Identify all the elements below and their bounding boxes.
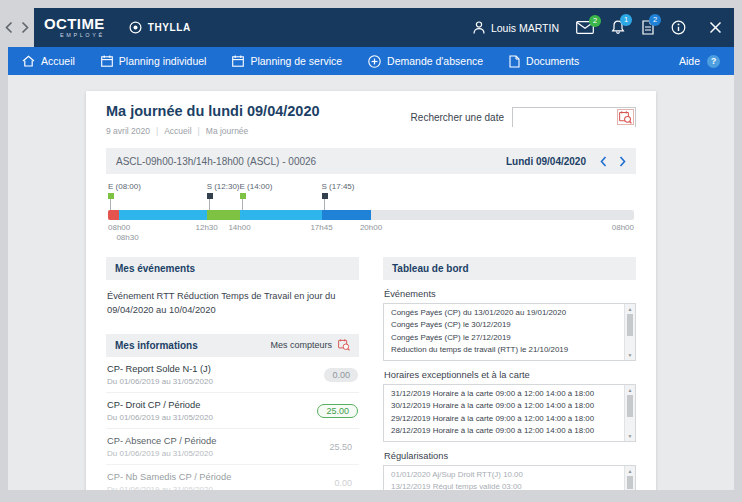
help-label: Aide: [679, 55, 700, 67]
nav-accueil[interactable]: Accueil: [22, 55, 75, 67]
dashboard-section-header: Tableau de bord: [383, 257, 636, 280]
site-icon: [129, 21, 142, 34]
nav-planning-de-service[interactable]: Planning de service: [232, 55, 342, 67]
dashboard-events-label: Événements: [384, 289, 635, 299]
entry-flag-icon: [240, 193, 246, 199]
question-badge-icon: ?: [707, 55, 720, 68]
tick-label: 08h00: [108, 223, 130, 232]
timeline-marker-entry: E (08:00): [108, 182, 141, 210]
tick-label: 08h30: [116, 233, 138, 242]
list-item: 29/12/2019 Horaire à la carte 09:00 à 12…: [391, 413, 619, 425]
documents-button[interactable]: 2: [642, 20, 654, 35]
timeline-ticks: 08h00 12h30 14h00 17h45 20h00 08h00 08h3…: [108, 223, 634, 245]
timeline: E (08:00) S (12:30) E (14:00) S (17:45): [108, 182, 634, 245]
dashboard-regularisations-list[interactable]: 01/01/2020 Aj/Sup Droit RTT(J) 10.00 13/…: [383, 465, 636, 490]
events-section-header: Mes événements: [106, 257, 359, 280]
chevron-left-icon: [5, 21, 13, 34]
notifications-button[interactable]: 1: [611, 20, 625, 35]
nav-planning-individuel[interactable]: Planning individuel: [101, 55, 207, 67]
timeline-segment: [108, 210, 119, 220]
forward-button[interactable]: [21, 21, 29, 34]
chevron-right-icon: [619, 156, 626, 167]
timeline-segment: [119, 210, 207, 220]
counter-value: 25.50: [329, 442, 358, 452]
nav-label: Planning de service: [250, 55, 342, 67]
timeline-segment: [322, 210, 371, 220]
entry-flag-icon: [108, 193, 114, 199]
breadcrumb-current: Ma journée: [206, 126, 249, 136]
counter-row: CP- Nb Samedis CP / Période Du 01/06/201…: [106, 465, 359, 490]
counters-list: CP- Report Solde N-1 (J) Du 01/06/2019 a…: [106, 357, 359, 490]
counter-value: 0.00: [334, 478, 358, 488]
nav-label: Accueil: [41, 55, 75, 67]
counter-row: CP- Report Solde N-1 (J) Du 01/06/2019 a…: [106, 357, 359, 393]
timeline-segment: [207, 210, 240, 220]
close-button[interactable]: [709, 21, 722, 34]
counter-row: CP- Droit CP / Période Du 01/06/2019 au …: [106, 393, 359, 429]
info-icon: [671, 20, 686, 35]
tick-label: 20h00: [360, 223, 382, 232]
messages-button[interactable]: 2: [576, 21, 594, 34]
my-day-card: Ma journée du lundi 09/04/2020 9 avril 2…: [86, 91, 656, 490]
chevron-right-icon: [21, 21, 29, 34]
dashboard-horaires-list[interactable]: 31/12/2019 Horaire à la carte 09:00 à 12…: [383, 384, 636, 442]
timeline-segment: [240, 210, 322, 220]
calendar-icon: [232, 55, 244, 67]
back-button[interactable]: [5, 21, 13, 34]
exit-flag-icon: [207, 193, 213, 199]
help-button[interactable]: Aide ?: [679, 55, 720, 68]
list-item: 31/12/2019 Horaire à la carte 09:00 à 12…: [391, 388, 619, 400]
nav-documents[interactable]: Documents: [509, 55, 579, 68]
nav-demande-absence[interactable]: Demande d'absence: [368, 55, 483, 68]
scrollbar[interactable]: ▲▼: [624, 304, 635, 360]
day-label: Lundi 09/04/2020: [506, 156, 586, 167]
dashboard-regularisations-label: Régularisations: [384, 451, 635, 461]
next-day-button[interactable]: [619, 156, 626, 167]
shift-label: ASCL-09h00-13h/14h-18h00 (ASCL) - 00026: [116, 156, 316, 167]
scrollbar[interactable]: ▲▼: [624, 385, 635, 441]
counter-value: 25.00: [317, 404, 358, 418]
breadcrumb: 9 avril 2020AccueilMa journée: [106, 126, 320, 136]
app-logo: OCTIME EMPLOYÉ: [44, 16, 105, 39]
list-item: Congés Payés (CP) le 27/12/2019: [391, 332, 619, 344]
site-name: THYLLA: [148, 22, 191, 33]
informations-section-header: Mes informations Mes compteurs: [106, 334, 359, 357]
site-selector[interactable]: THYLLA: [129, 21, 191, 34]
list-item: Congés Payés (CP) du 13/01/2020 au 19/01…: [391, 307, 619, 319]
tick-label: 08h00: [612, 223, 634, 232]
nav-label: Demande d'absence: [387, 55, 483, 67]
info-button[interactable]: [671, 20, 686, 35]
calendar-search-button[interactable]: [617, 109, 634, 125]
tick-label: 14h00: [228, 223, 250, 232]
previous-day-button[interactable]: [600, 156, 607, 167]
close-icon: [709, 21, 722, 34]
list-item: 30/12/2019 Horaire à la carte 09:00 à 12…: [391, 400, 619, 412]
messages-badge: 2: [589, 15, 601, 27]
plus-circle-icon: [368, 55, 381, 68]
left-column: Mes événements Événement RTT Réduction T…: [106, 257, 359, 490]
mes-compteurs-link[interactable]: Mes compteurs: [270, 339, 350, 351]
content-area: Ma journée du lundi 09/04/2020 9 avril 2…: [8, 75, 734, 490]
user-menu[interactable]: Louis MARTIN: [473, 21, 559, 34]
document-icon: [509, 55, 520, 68]
list-item: Réduction du temps de travail (RTT) le 2…: [391, 344, 619, 356]
dashboard-events-list[interactable]: Congés Payés (CP) du 13/01/2020 au 19/01…: [383, 303, 636, 361]
right-column: Tableau de bord Événements Congés Payés …: [383, 257, 636, 490]
user-name: Louis MARTIN: [491, 22, 559, 34]
calendar-search-icon: [338, 339, 350, 351]
breadcrumb-accueil[interactable]: Accueil: [164, 126, 206, 136]
shift-bar: ASCL-09h00-13h/14h-18h00 (ASCL) - 00026 …: [106, 148, 636, 174]
breadcrumb-date: 9 avril 2020: [106, 126, 164, 136]
logo-text: OCTIME: [44, 16, 105, 31]
tick-label: 12h30: [196, 223, 218, 232]
scrollbar[interactable]: ▲▼: [624, 466, 635, 490]
list-item: 28/12/2019 Horaire à la carte 09:00 à 12…: [391, 425, 619, 437]
timeline-bar: [108, 210, 634, 220]
documents-badge: 2: [649, 14, 661, 26]
timeline-marker-exit: S (17:45): [322, 182, 355, 210]
counter-row: CP- Absence CP / Période Du 01/06/2019 a…: [106, 429, 359, 465]
timeline-markers: E (08:00) S (12:30) E (14:00) S (17:45): [108, 182, 634, 210]
tick-label: 17h45: [310, 223, 332, 232]
nav-label: Documents: [526, 55, 579, 67]
main-nav: Accueil Planning individuel Planning de …: [8, 47, 734, 75]
